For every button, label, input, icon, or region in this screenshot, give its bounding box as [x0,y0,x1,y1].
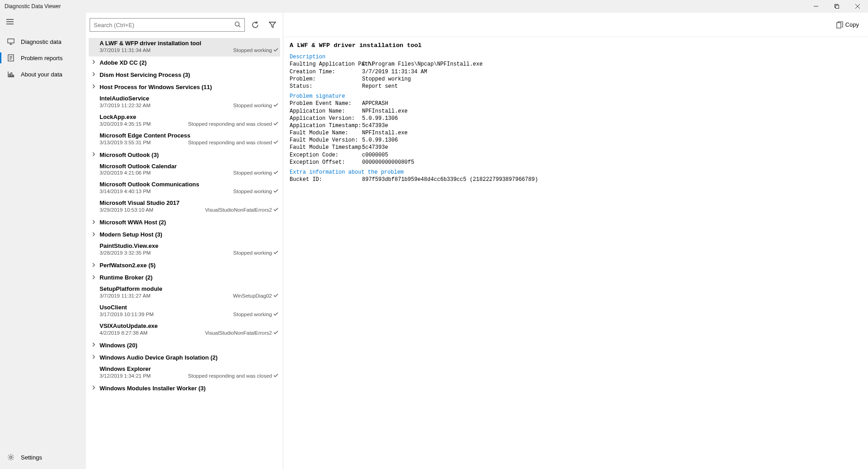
item-status: Stopped responding and was closed [188,373,278,379]
list-item[interactable]: IntelAudioService3/7/2019 11:22:32 AMSto… [89,93,280,112]
search-box[interactable] [90,18,245,32]
detail-section-label: Problem signature [290,93,862,100]
detail-value: 00000000000080f5 [362,159,414,166]
list-item[interactable]: PaintStudio.View.exe3/28/2019 3:32:35 PM… [89,241,280,259]
chevron-right-icon [91,385,97,391]
list-group-header[interactable]: PerfWatson2.exe (5) [89,259,280,271]
item-date: 3/7/2019 11:31:27 AM [100,293,151,298]
item-title: PaintStudio.View.exe [100,242,278,250]
detail-row: Creation Time:3/7/2019 11:31:34 AM [290,68,862,76]
list-item[interactable]: VSIXAutoUpdate.exe4/2/2019 8:27:38 AMVis… [89,321,280,339]
search-icon [234,21,241,29]
list-group-header[interactable]: Modern Setup Host (3) [89,228,280,241]
detail-row: Exception Offset:00000000000080f5 [290,159,862,166]
item-title: A LWF & WFP driver installation tool [100,40,278,47]
detail-key: Bucket ID: [290,176,362,183]
detail-row: Problem:Stopped working [290,76,862,83]
item-title: Windows Explorer [100,365,278,373]
detail-value: NPFInstall.exe [362,129,408,137]
list-group-header[interactable]: Microsoft Outlook (3) [89,149,280,161]
detail-row: Fault Module Version:5.0.99.1306 [290,137,862,144]
sidebar-item-label: Problem reports [21,55,62,62]
list-item[interactable]: Windows Explorer3/12/2019 1:34:21 PMStop… [89,364,280,382]
detail-value: 5c47393e [362,144,388,151]
item-date: 3/29/2019 10:53:10 AM [100,207,153,213]
item-status: WinSetupDiag02 [233,293,278,298]
sidebar-item-about-your-data[interactable]: About your data [0,66,86,82]
check-icon [273,208,278,212]
group-title: Host Process for Windows Services (11) [100,84,212,90]
item-title: UsoClient [100,304,278,312]
monitor-icon [6,38,15,45]
hamburger-button[interactable] [0,13,86,31]
check-icon [273,103,278,107]
list-item[interactable]: Microsoft Visual Studio 20173/29/2019 10… [89,198,280,216]
detail-value: 5.0.99.1306 [362,115,398,122]
minimize-button[interactable] [806,0,826,13]
check-icon [273,374,278,378]
detail-row: Problem Event Name:APPCRASH [290,100,862,107]
item-title: SetupPlatform module [100,285,278,293]
svg-point-21 [235,22,239,26]
detail-key: Application Version: [290,115,362,122]
list-group-header[interactable]: Microsoft WWA Host (2) [89,216,280,228]
maximize-button[interactable] [826,0,847,13]
refresh-icon [251,21,259,29]
list-group-header[interactable]: Windows Audio Device Graph Isolation (2) [89,351,280,364]
filter-button[interactable] [266,18,279,32]
copy-button[interactable]: Copy [834,19,862,30]
detail-key: Faulting Application Path: [290,61,362,68]
chevron-right-icon [91,152,97,157]
svg-rect-24 [837,23,841,28]
item-status: VisualStudioNonFatalErrors2 [205,207,278,213]
list-item[interactable]: Microsoft Outlook Calendar3/20/2019 4:21… [89,161,280,180]
copy-icon [836,21,843,28]
report-list[interactable]: A LWF & WFP driver installation tool3/7/… [86,37,283,469]
list-item[interactable]: A LWF & WFP driver installation tool3/7/… [89,38,280,57]
detail-value: C:\Program Files\Npcap\NPFInstall.exe [362,61,482,68]
sidebar-item-diagnostic-data[interactable]: Diagnostic data [0,33,86,50]
item-status: Stopped working [233,47,278,53]
item-status: Stopped responding and was closed [188,121,278,127]
list-group-header[interactable]: Adobe XD CC (2) [89,57,280,69]
search-input[interactable] [94,22,234,28]
list-group-header[interactable]: Windows Modules Installer Worker (3) [89,382,280,394]
list-group-header[interactable]: Dism Host Servicing Process (3) [89,69,280,81]
detail-row: Bucket ID:897f593dbf871b959e48d4cc6b339c… [290,176,862,183]
item-date: 3/14/2019 4:40:13 PM [100,189,151,194]
window-title: Diagnostic Data Viewer [5,3,61,9]
list-group-header[interactable]: Host Process for Windows Services (11) [89,81,280,93]
check-icon [273,251,278,255]
sidebar-item-settings[interactable]: Settings [0,449,86,465]
chevron-right-icon [91,232,97,237]
group-title: Windows Modules Installer Worker (3) [100,385,205,392]
check-icon [273,140,278,144]
detail-key: Application Name: [290,108,362,115]
group-title: Adobe XD CC (2) [100,59,147,66]
sidebar-item-problem-reports[interactable]: Problem reports [0,50,86,66]
close-button[interactable] [847,0,868,13]
sidebar-item-label: About your data [21,71,62,78]
list-item[interactable]: SetupPlatform module3/7/2019 11:31:27 AM… [89,284,280,302]
list-group-header[interactable]: Runtime Broker (2) [89,271,280,284]
chevron-right-icon [91,275,97,280]
list-item[interactable]: LockApp.exe3/20/2019 4:35:15 PMStopped r… [89,112,280,130]
detail-value: 5c47393e [362,122,388,129]
list-group-header[interactable]: Windows (20) [89,339,280,351]
check-icon [273,331,278,335]
item-status: Stopped working [233,250,278,256]
detail-key: Fault Module Version: [290,137,362,144]
list-item[interactable]: Microsoft Outlook Communications3/14/201… [89,179,280,198]
detail-row: Status:Report sent [290,83,862,90]
list-item[interactable]: UsoClient3/17/2019 10:11:39 PMStopped wo… [89,302,280,321]
chevron-right-icon [91,72,97,77]
item-status: Stopped responding and was closed [188,140,278,145]
refresh-button[interactable] [248,18,262,32]
check-icon [273,48,278,52]
list-item[interactable]: Microsoft Edge Content Process3/13/2019 … [89,130,280,149]
item-date: 3/17/2019 10:11:39 PM [100,312,154,317]
item-title: VSIXAutoUpdate.exe [100,322,278,330]
item-title: Microsoft Visual Studio 2017 [100,199,278,207]
chevron-right-icon [91,263,97,268]
svg-rect-8 [8,39,14,43]
